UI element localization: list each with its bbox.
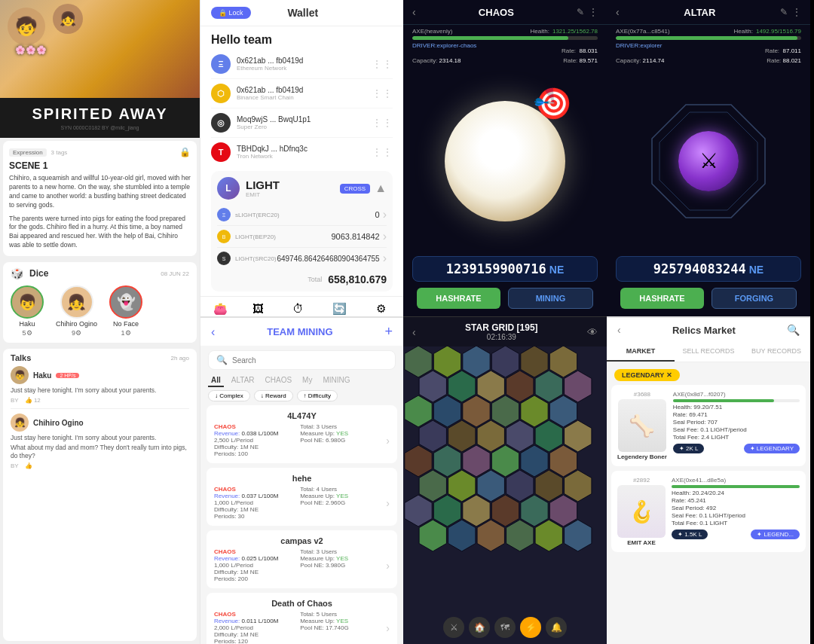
mining-card[interactable]: Death of Chaos CHAOS Revenue: 0.011 L/10… bbox=[207, 593, 397, 644]
tab-altar[interactable]: ALTAR bbox=[228, 374, 258, 387]
account-szero[interactable]: ◎ Moq9wjS ... BwqU1p1 Super Zero ⋮⋮ bbox=[211, 108, 393, 138]
talk1-user: Haku bbox=[33, 371, 51, 380]
nav-settings[interactable]: ⚙ Settings bbox=[372, 302, 390, 316]
balance-row-eth[interactable]: Ξ sLIGHT(ERC20) 0 › bbox=[217, 204, 387, 226]
relic1-tag: ✦ LEGENDARY bbox=[744, 444, 800, 453]
altar-hashrate-btn[interactable]: HASHRATE bbox=[620, 288, 704, 309]
chaos-driver: DRIVER:explorer-chaos bbox=[412, 42, 476, 56]
chaos-health-bar bbox=[412, 36, 568, 40]
expand-icon[interactable]: ▲ bbox=[375, 182, 387, 195]
altar-axe-addr: AXE(0x77a...c8541) bbox=[616, 28, 670, 35]
chaos-hashrate-btn[interactable]: HASHRATE bbox=[417, 288, 500, 309]
altar-more-icon[interactable]: ⋮ bbox=[792, 7, 801, 17]
altar-health-bar bbox=[616, 36, 797, 40]
chaos-back-icon[interactable]: ‹ bbox=[412, 6, 416, 18]
talk2-like[interactable]: 👍 bbox=[25, 462, 32, 469]
grid-btn-4[interactable]: ⚡ bbox=[520, 617, 541, 638]
altar-number: 925794083244 bbox=[653, 261, 746, 276]
chaos-mining-btn[interactable]: MINING bbox=[508, 288, 593, 309]
balance-row-szero[interactable]: S LIGHT(SRC20) 649746.864264680904364755… bbox=[217, 248, 387, 269]
altar-edit-icon[interactable]: ✎ bbox=[780, 7, 788, 17]
balance-row-bsc[interactable]: B LIGHT(BEP20) 9063.814842 › bbox=[217, 226, 387, 248]
altar-back-icon[interactable]: ‹ bbox=[616, 6, 620, 18]
talk2-msg1: Just stay here tonight. I'm sorry about … bbox=[11, 434, 189, 442]
token-ticker: EMIT bbox=[246, 191, 280, 198]
chaos-edit-icon[interactable]: ✎ bbox=[577, 7, 584, 17]
balance1-amount: 0 bbox=[375, 210, 380, 219]
relics-back-icon[interactable]: ‹ bbox=[617, 324, 621, 336]
nav-trade[interactable]: 🔄 Trade bbox=[332, 302, 347, 316]
search-bar: 🔍 bbox=[208, 350, 396, 370]
stargrid-eye-icon[interactable]: 👁 bbox=[587, 326, 598, 338]
tab-buy-records[interactable]: BUY RECORDS bbox=[742, 342, 810, 362]
altar-forging-btn[interactable]: FORGING bbox=[711, 288, 797, 309]
tab-mining[interactable]: MINING bbox=[320, 374, 353, 387]
mining-card[interactable]: campas v2 CHAOS Revenue: 0.025 L/100M 1,… bbox=[207, 530, 397, 588]
sort-buttons: ↓ Complex ↓ Reward ↑ Difficulty bbox=[200, 390, 403, 405]
balance2-amount: 9063.814842 bbox=[331, 232, 379, 241]
grid-btn-1[interactable]: ⚔ bbox=[443, 617, 464, 638]
hex-grid-area[interactable]: ⚔ 🏠 🗺 ⚡ 🔔 bbox=[403, 346, 607, 644]
grid-btn-5[interactable]: 🔔 bbox=[546, 617, 567, 638]
tab-market[interactable]: MARKET bbox=[607, 342, 675, 362]
tags-label: 3 tags bbox=[51, 149, 68, 156]
chaos-column: ‹ CHAOS ✎ ⋮ AXE(heavenly) Health: 1321.2… bbox=[403, 0, 607, 644]
account-tron[interactable]: T TBHDqkJ ... hDfnq3c Tron Network ⋮⋮ bbox=[211, 138, 393, 166]
tab-chaos[interactable]: CHAOS bbox=[262, 374, 295, 387]
grid-btn-2[interactable]: 🏠 bbox=[469, 617, 490, 638]
cross-badge[interactable]: CROSS bbox=[340, 184, 370, 194]
grid-btn-3[interactable]: 🗺 bbox=[494, 617, 516, 638]
mining-card[interactable]: 4L474Y CHAOS Revenue: 0.038 L/100M 2,500… bbox=[207, 405, 397, 463]
chaos-title: CHAOS bbox=[479, 7, 514, 18]
relic2-tag: ✦ LEGEND... bbox=[751, 530, 800, 539]
back-icon[interactable]: ‹ bbox=[211, 325, 215, 339]
talk2-by: BY bbox=[11, 462, 19, 469]
sort-reward[interactable]: ↓ Reward bbox=[254, 390, 293, 401]
avatar1-score: 5⚙ bbox=[22, 329, 32, 337]
altar-rate-label: Rate: bbox=[765, 47, 779, 54]
relic1-id: #3688 bbox=[634, 391, 650, 398]
legendary-filter-badge[interactable]: LEGENDARY ✕ bbox=[614, 369, 680, 381]
sort-difficulty[interactable]: ↑ Difficulty bbox=[297, 390, 338, 401]
mining-list: 4L474Y CHAOS Revenue: 0.038 L/100M 2,500… bbox=[200, 405, 403, 644]
tab-all[interactable]: All bbox=[208, 374, 224, 387]
altar-unit: NE bbox=[749, 264, 764, 276]
altar-stats: AXE(0x77a...c8541) Health: 1492.95/1516.… bbox=[607, 25, 810, 66]
relic2-price[interactable]: ✦ 1.5K L bbox=[672, 530, 708, 539]
mining-card[interactable]: hehe CHAOS Revenue: 0.037 L/100M 1,000 L… bbox=[207, 468, 397, 526]
balance1-label: sLIGHT(ERC20) bbox=[235, 212, 280, 218]
tab-my[interactable]: My bbox=[299, 374, 315, 387]
nav-epoch[interactable]: ⏱ EPOCH bbox=[289, 302, 308, 316]
relic2-img: 🪝 bbox=[617, 485, 666, 538]
stargrid-back[interactable]: ‹ bbox=[412, 326, 416, 338]
nav-wallet[interactable]: 👛 Wallet bbox=[213, 302, 228, 316]
sort-complex[interactable]: ↓ Complex bbox=[208, 390, 250, 401]
like-icon[interactable]: 👍 12 bbox=[25, 397, 41, 404]
lock-button[interactable]: 🔒 Lock bbox=[211, 7, 251, 19]
account1-dots: ⋮⋮ bbox=[372, 58, 393, 70]
social-panel: 🧒 👧 🌸🌸🌸 SPIRITED AWAY SYN 0000C0182 BY @… bbox=[0, 0, 200, 644]
talk1-by: BY bbox=[11, 397, 19, 404]
search-input[interactable] bbox=[232, 356, 387, 365]
chaos-capacity-label: Capacity: 2314.18 bbox=[412, 57, 461, 64]
altar-header: ‹ ALTAR ✎ ⋮ bbox=[607, 0, 810, 25]
account4-dots: ⋮⋮ bbox=[372, 146, 393, 158]
avatar-chihiro: 👧 Chihiro Ogino 9⚙ bbox=[56, 285, 97, 337]
account-bsc[interactable]: ⬡ 0x621ab ... fb0419d Binance Smart Chai… bbox=[211, 79, 393, 108]
search-icon: 🔍 bbox=[216, 355, 228, 365]
chaos-unit: NE bbox=[549, 264, 564, 276]
altar-health-label: Health: bbox=[734, 28, 753, 35]
relics-search-icon[interactable]: 🔍 bbox=[787, 324, 800, 336]
relic2-info: AXE(0xe41...d8e5a) Health: 20.24/20.24 R… bbox=[672, 477, 800, 546]
account2-net: Binance Smart Chain bbox=[237, 94, 303, 101]
chaos-more-icon[interactable]: ⋮ bbox=[589, 7, 598, 17]
dice-chat-section: 🎲 Dice 08 JUN 22 👦 Haku 5⚙ 👧 Chihiro Ogi… bbox=[3, 262, 197, 343]
talk-item-chihiro: 👧 Chihiro Ogino Just stay here tonight. … bbox=[11, 414, 189, 469]
relic2-name: EMIT AXE bbox=[627, 539, 655, 546]
nav-nft[interactable]: 🖼 NFT bbox=[252, 302, 264, 316]
avatar3-name: No Face bbox=[113, 320, 139, 328]
relic1-price[interactable]: ✦ 2K L bbox=[673, 444, 705, 453]
tab-sell-records[interactable]: SELL RECORDS bbox=[675, 342, 742, 362]
add-icon[interactable]: + bbox=[384, 324, 393, 340]
account-eth[interactable]: Ξ 0x621ab ... fb0419d Ethereum Network ⋮… bbox=[211, 50, 393, 79]
